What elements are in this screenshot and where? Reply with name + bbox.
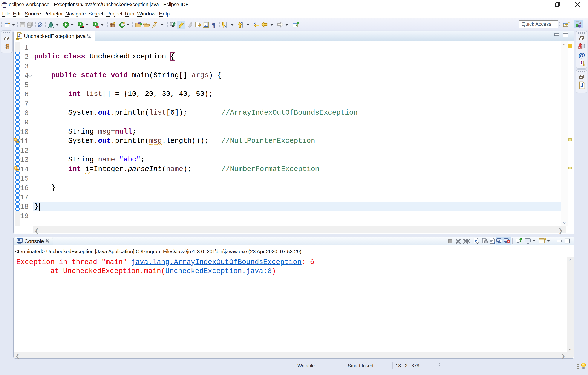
svg-text:J: J bbox=[579, 21, 581, 25]
svg-text:J: J bbox=[580, 82, 584, 88]
svg-text:J: J bbox=[18, 33, 21, 38]
